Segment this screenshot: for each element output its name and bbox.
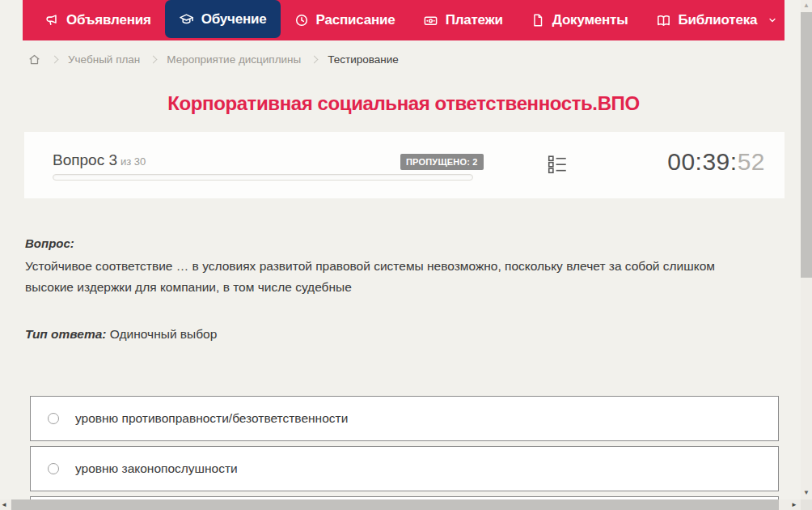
timer-main: 00:39: xyxy=(667,148,737,175)
scroll-down-arrow-icon[interactable]: ▼ xyxy=(801,488,812,498)
breadcrumb-separator-icon xyxy=(51,55,59,63)
option-row[interactable]: уровню законопослушности xyxy=(30,446,779,491)
scroll-left-arrow-icon[interactable]: ◄ xyxy=(1,499,7,510)
horizontal-scrollbar-thumb[interactable] xyxy=(11,499,779,510)
breadcrumb-link-discipline-event[interactable]: Мероприятие дисциплины xyxy=(167,53,301,66)
clock-icon xyxy=(294,13,309,28)
skipped-badge: ПРОПУЩЕНО: 2 xyxy=(400,154,484,170)
answer-options: уровню противоправности/безответственнос… xyxy=(30,396,779,510)
nav-tab-library[interactable]: Библиотека xyxy=(642,0,792,40)
option-label: уровню противоправности/безответственнос… xyxy=(75,411,348,426)
payment-card-icon xyxy=(423,13,438,28)
vertical-scrollbar[interactable]: ▲ ▼ xyxy=(801,0,812,499)
top-navigation: Объявления Обучение Расписание xyxy=(23,0,785,40)
nav-tab-payments[interactable]: Платежи xyxy=(409,0,517,40)
option-label: уровню законопослушности xyxy=(75,461,238,476)
breadcrumb: Учебный план Мероприятие дисциплины Тест… xyxy=(27,49,399,69)
nav-tab-label: Объявления xyxy=(66,12,151,28)
nav-tab-label: Документы xyxy=(552,12,628,28)
option-row[interactable]: уровню противоправности/безответственнос… xyxy=(30,396,779,441)
breadcrumb-separator-icon xyxy=(311,55,319,63)
nav-tab-documents[interactable]: Документы xyxy=(517,0,642,40)
nav-tab-label: Расписание xyxy=(316,12,395,28)
nav-tab-announcements[interactable]: Объявления xyxy=(31,0,165,40)
progress-bar xyxy=(53,174,473,181)
answer-type-label: Тип ответа: xyxy=(25,327,107,341)
scroll-right-arrow-icon[interactable]: ► xyxy=(791,499,797,510)
question-list-icon xyxy=(546,164,569,178)
graduation-cap-icon xyxy=(179,11,194,27)
radio-button-icon[interactable] xyxy=(48,413,59,424)
nav-tab-education[interactable]: Обучение xyxy=(165,0,281,38)
vertical-scrollbar-thumb[interactable] xyxy=(801,12,812,278)
home-icon[interactable] xyxy=(27,53,41,66)
radio-button-icon[interactable] xyxy=(48,463,59,474)
question-text: Устойчивое соответствие … в условиях раз… xyxy=(25,256,746,298)
test-page: Объявления Обучение Расписание xyxy=(0,0,812,510)
answer-type-line: Тип ответа: Одиночный выбор xyxy=(25,327,217,342)
megaphone-icon xyxy=(44,13,59,28)
nav-tab-schedule[interactable]: Расписание xyxy=(281,0,409,40)
timer: 00:39:52 xyxy=(667,148,765,176)
book-icon xyxy=(656,13,671,28)
question-number: Вопрос 3из 30 xyxy=(53,151,146,169)
question-label: Вопрос: xyxy=(25,236,74,250)
breadcrumb-separator-icon xyxy=(150,55,158,63)
question-header-card: Вопрос 3из 30 ПРОПУЩЕНО: 2 00:39:52 xyxy=(24,132,785,198)
answer-type-value: Одиночный выбор xyxy=(110,327,218,341)
scroll-up-arrow-icon[interactable]: ▲ xyxy=(801,1,812,11)
nav-tab-label: Библиотека xyxy=(679,12,758,28)
question-total-label: из 30 xyxy=(121,155,146,168)
nav-tab-label: Обучение xyxy=(201,11,267,28)
page-title: Корпоративная социальная ответственность… xyxy=(23,92,785,115)
chevron-down-icon xyxy=(768,15,777,25)
document-icon xyxy=(531,13,545,28)
question-number-label: Вопрос 3 xyxy=(53,151,117,168)
question-list-button[interactable] xyxy=(546,153,569,179)
nav-tab-label: Платежи xyxy=(446,12,503,28)
timer-seconds: 52 xyxy=(738,148,765,175)
horizontal-scrollbar[interactable]: ◄ ► xyxy=(0,499,801,510)
breadcrumb-link-curriculum[interactable]: Учебный план xyxy=(68,53,140,66)
breadcrumb-current-testing: Тестирование xyxy=(328,53,399,66)
scrollbar-corner xyxy=(801,499,812,510)
